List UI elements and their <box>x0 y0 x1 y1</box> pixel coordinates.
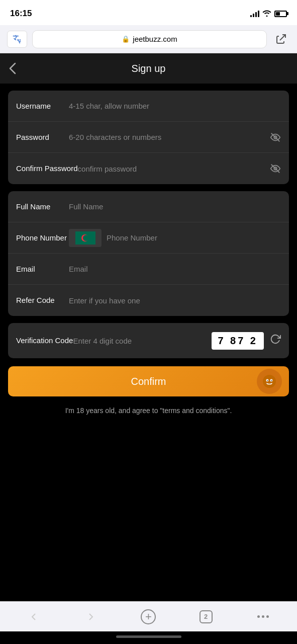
svg-point-7 <box>263 375 276 388</box>
refer-label: Refer Code <box>16 295 69 305</box>
confirm-password-input-wrapper <box>78 163 281 174</box>
confirm-password-input[interactable] <box>78 165 270 173</box>
status-time: 16:15 <box>10 9 32 19</box>
browser-bar: 🔒 jeetbuzz.com <box>0 25 297 53</box>
refer-input-wrapper <box>69 296 281 305</box>
password-label: Password <box>16 132 69 142</box>
verification-input[interactable] <box>73 337 208 345</box>
more-dots-icon <box>257 615 269 618</box>
confirm-button[interactable]: Confirm <box>8 366 289 396</box>
confirm-password-row: Confirm Password <box>8 153 289 184</box>
forward-nav-button[interactable] <box>76 606 106 628</box>
terms-text: I'm 18 years old, and agree to "terms an… <box>8 404 289 426</box>
battery-icon <box>274 11 287 17</box>
svg-point-6 <box>83 235 89 241</box>
page-header: Sign up <box>0 53 297 84</box>
tab-count: 2 <box>200 610 213 623</box>
phone-input[interactable] <box>107 233 281 242</box>
username-label: Username <box>16 101 69 111</box>
fullname-input[interactable] <box>69 202 281 211</box>
fullname-input-wrapper <box>69 202 281 211</box>
verification-input-wrapper: 7 87 2 <box>73 332 281 350</box>
confirm-button-label: Confirm <box>131 376 166 387</box>
refer-row: Refer Code <box>8 285 289 316</box>
home-bar <box>0 631 297 644</box>
email-row: Email <box>8 254 289 285</box>
captcha-display: 7 87 2 <box>212 332 264 350</box>
back-button[interactable] <box>9 62 16 74</box>
password-input[interactable] <box>69 133 270 141</box>
mascot-icon <box>257 369 282 394</box>
email-label: Email <box>16 264 69 274</box>
status-bar: 16:15 <box>0 0 297 25</box>
password-input-wrapper <box>69 132 281 143</box>
personal-info-card: Full Name Phone Number Email <box>8 191 289 316</box>
fullname-row: Full Name <box>8 191 289 222</box>
confirm-password-label: Confirm Password <box>16 164 78 174</box>
bottom-nav: + 2 <box>0 601 297 631</box>
address-bar[interactable]: 🔒 jeetbuzz.com <box>32 30 267 48</box>
verification-card: Verification Code 7 87 2 <box>8 323 289 358</box>
verification-row: Verification Code 7 87 2 <box>8 323 289 358</box>
phone-row: Phone Number <box>8 222 289 254</box>
wifi-icon <box>262 10 271 18</box>
password-row: Password <box>8 122 289 153</box>
username-input[interactable] <box>69 102 281 110</box>
fullname-label: Full Name <box>16 202 69 212</box>
translate-button[interactable] <box>7 31 27 48</box>
status-icons <box>250 10 287 18</box>
verification-label: Verification Code <box>16 336 73 346</box>
page-title: Sign up <box>10 63 287 74</box>
more-menu-button[interactable] <box>248 606 278 628</box>
home-indicator <box>116 635 181 638</box>
form-container: Username Password Confirm Password <box>0 84 297 601</box>
password-eye-icon[interactable] <box>270 132 281 143</box>
confirm-eye-icon[interactable] <box>270 163 281 174</box>
phone-country-selector[interactable] <box>69 229 102 247</box>
svg-point-10 <box>267 380 268 381</box>
signal-icon <box>250 10 259 17</box>
email-input-wrapper <box>69 265 281 273</box>
new-tab-button[interactable]: + <box>133 606 163 628</box>
email-input[interactable] <box>69 265 281 273</box>
lock-icon: 🔒 <box>122 35 130 43</box>
url-text: jeetbuzz.com <box>133 35 177 43</box>
phone-input-wrapper <box>69 229 281 247</box>
tabs-button[interactable]: 2 <box>191 606 221 628</box>
username-row: Username <box>8 91 289 122</box>
refer-input[interactable] <box>69 296 281 305</box>
refresh-captcha-button[interactable] <box>270 334 281 348</box>
share-button[interactable] <box>272 33 290 45</box>
username-input-wrapper <box>69 102 281 110</box>
back-nav-button[interactable] <box>19 606 49 628</box>
svg-point-11 <box>271 380 272 381</box>
phone-label: Phone Number <box>16 233 69 243</box>
credentials-card: Username Password Confirm Password <box>8 91 289 184</box>
